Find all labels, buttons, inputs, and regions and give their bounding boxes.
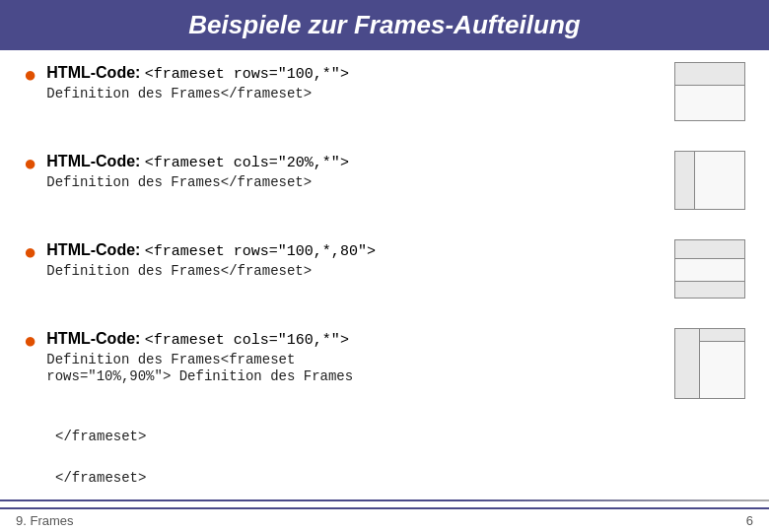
- bullet-line2-2: Definition des Frames</frameset>: [46, 174, 666, 190]
- frame-preview-4: [674, 328, 745, 399]
- bullet-row-2: ● HTML-Code: <frameset cols="20%,*"> Def…: [24, 151, 745, 210]
- footer-right: 6: [746, 513, 753, 528]
- frame-f3: [675, 282, 744, 298]
- frame-top: [675, 63, 744, 86]
- bullet-text-4: HTML-Code: <frameset cols="160,*"> Defin…: [46, 328, 666, 384]
- frame-left: [675, 152, 695, 209]
- frame-diagram-2: [674, 151, 745, 210]
- html-code-2: <frameset cols="20%,*">: [145, 155, 349, 171]
- bullet-line2-1: Definition des Frames</frameset>: [46, 86, 666, 101]
- slide: Beispiele zur Frames-Aufteilung ● HTML-C…: [0, 0, 769, 532]
- bullet-line3-4: rows="10%,90%"> Definition des Frames: [46, 368, 666, 384]
- footer-separator: [0, 499, 769, 501]
- frame-left-col: [675, 329, 700, 398]
- footer-left: 9. Frames: [16, 513, 74, 528]
- frame-diagram-1: [674, 62, 745, 121]
- html-code-3: <frameset rows="100,*,80">: [145, 243, 376, 260]
- slide-title: Beispiele zur Frames-Aufteilung: [20, 10, 749, 40]
- bullet-dot-4: ●: [24, 330, 36, 352]
- bullet-dot-1: ●: [24, 64, 36, 86]
- bullet-row-4: ● HTML-Code: <frameset cols="160,*"> Def…: [24, 328, 745, 399]
- bullet-line1-3: HTML-Code: <frameset rows="100,*,80">: [46, 239, 666, 262]
- frame-top-row: [700, 329, 745, 342]
- bullet-line1-2: HTML-Code: <frameset cols="20%,*">: [46, 151, 666, 173]
- bullet-line1-4: HTML-Code: <frameset cols="160,*">: [46, 328, 666, 351]
- html-code-label-4: HTML-Code:: [46, 330, 140, 347]
- frame-preview-1: [674, 62, 745, 121]
- frame-preview-3: [674, 239, 745, 299]
- frame-f2: [675, 259, 744, 282]
- bullet-line2-4: Definition des Frames<frameset: [46, 352, 666, 367]
- bullet-row-1: ● HTML-Code: <frameset rows="100,*"> Def…: [24, 62, 745, 121]
- frame-bottom: [675, 86, 744, 120]
- bullet-text-1: HTML-Code: <frameset rows="100,*"> Defin…: [46, 62, 666, 101]
- frame-bot-row: [700, 342, 745, 398]
- bullet-section-3: ● HTML-Code: <frameset rows="100,*,80"> …: [24, 239, 666, 279]
- frame-diagram-4: [674, 328, 745, 399]
- bullet-section-4: ● HTML-Code: <frameset cols="160,*"> Def…: [24, 328, 666, 384]
- html-code-1: <frameset rows="100,*">: [145, 66, 349, 83]
- bullet-line2-3: Definition des Frames</frameset>: [46, 263, 666, 279]
- frame-right: [695, 152, 744, 209]
- bullet-section-1: ● HTML-Code: <frameset rows="100,*"> Def…: [24, 62, 666, 101]
- html-code-label-1: HTML-Code:: [46, 64, 140, 81]
- html-code-label-3: HTML-Code:: [46, 241, 140, 258]
- extra-code-1: </frameset>: [24, 429, 745, 444]
- bullet-text-2: HTML-Code: <frameset cols="20%,*"> Defin…: [46, 151, 666, 190]
- frame-preview-2: [674, 151, 745, 210]
- slide-content: ● HTML-Code: <frameset rows="100,*"> Def…: [0, 50, 769, 499]
- extra-code-2: </frameset>: [24, 470, 745, 486]
- bullet-dot-3: ●: [24, 241, 36, 263]
- bullet-row-3: ● HTML-Code: <frameset rows="100,*,80"> …: [24, 239, 745, 299]
- bullet-text-3: HTML-Code: <frameset rows="100,*,80"> De…: [46, 239, 666, 279]
- frame-f1: [675, 240, 744, 259]
- bullet-dot-2: ●: [24, 153, 36, 174]
- html-code-4: <frameset cols="160,*">: [145, 332, 349, 349]
- title-bar: Beispiele zur Frames-Aufteilung: [0, 0, 769, 50]
- frame-right-col: [700, 329, 745, 398]
- frame-diagram-3: [674, 239, 745, 299]
- html-code-label-2: HTML-Code:: [46, 153, 140, 169]
- bullet-line1-1: HTML-Code: <frameset rows="100,*">: [46, 62, 666, 85]
- bullet-section-2: ● HTML-Code: <frameset cols="20%,*"> Def…: [24, 151, 666, 190]
- footer: 9. Frames 6: [0, 507, 769, 532]
